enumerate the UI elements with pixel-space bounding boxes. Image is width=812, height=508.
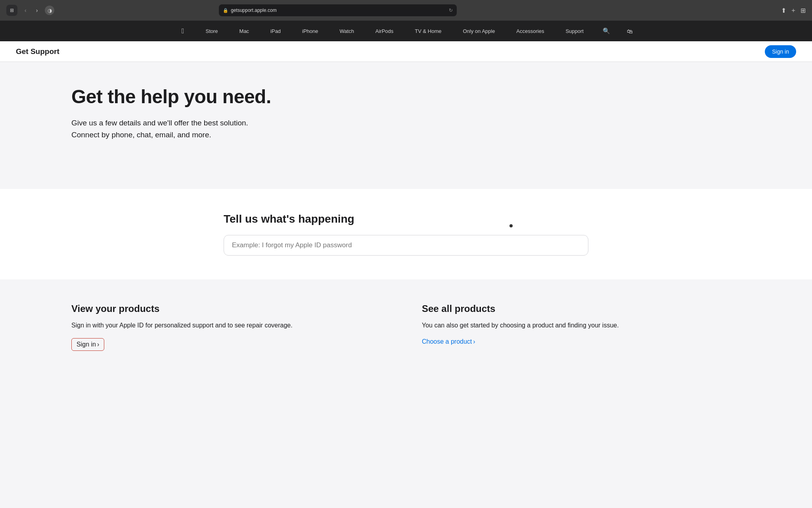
privacy-icon: ◑ <box>45 6 54 15</box>
lock-icon: 🔒 <box>223 8 228 13</box>
hero-subtitle-line1: Give us a few details and we'll offer th… <box>71 117 796 129</box>
sign-in-link-label: Sign in <box>77 341 96 348</box>
nav-item-store[interactable]: Store <box>200 21 224 41</box>
view-products-description: Sign in with your Apple ID for personali… <box>71 321 390 330</box>
nav-item-ipad[interactable]: iPad <box>265 21 286 41</box>
nav-item-tv-home[interactable]: TV & Home <box>409 21 447 41</box>
nav-item-iphone[interactable]: iPhone <box>297 21 324 41</box>
nav-item-support[interactable]: Support <box>560 21 589 41</box>
tell-us-title: Tell us what's happening <box>224 213 354 225</box>
tell-us-section: Tell us what's happening <box>0 189 812 279</box>
view-your-products-column: View your products Sign in with your App… <box>71 303 390 351</box>
tab-widget[interactable]: ⊞ <box>6 5 17 16</box>
address-bar[interactable]: 🔒 getsupport.apple.com ↻ <box>219 4 457 16</box>
nav-item-airpods[interactable]: AirPods <box>370 21 399 41</box>
apple-nav:  Store Mac iPad iPhone Watch AirPods TV… <box>0 21 812 41</box>
support-search-input[interactable] <box>224 235 588 256</box>
search-input-container <box>224 235 588 256</box>
nav-apple-logo[interactable]:  <box>176 21 190 41</box>
see-all-products-column: See all products You can also get starte… <box>422 303 741 351</box>
tabs-button[interactable]: ⊞ <box>801 7 806 14</box>
page-title: Get Support <box>16 47 59 56</box>
hero-section: Get the help you need. Give us a few det… <box>0 62 812 189</box>
url-text: getsupport.apple.com <box>231 8 276 13</box>
nav-item-mac[interactable]: Mac <box>234 21 255 41</box>
view-products-title: View your products <box>71 303 390 314</box>
choose-product-label: Choose a product <box>422 338 472 345</box>
browser-actions: ⬆ ＋ ⊞ <box>781 6 806 15</box>
nav-item-only-on-apple[interactable]: Only on Apple <box>457 21 500 41</box>
browser-tab-area: ⊞ <box>6 5 17 16</box>
nav-search-icon[interactable]: 🔍 <box>599 27 613 35</box>
sign-in-link-arrow: › <box>97 341 99 348</box>
nav-bag-icon[interactable]: 🛍 <box>624 28 636 35</box>
sign-in-header-button[interactable]: Sign in <box>765 45 796 58</box>
browser-chrome: ⊞ ‹ › ◑ 🔒 getsupport.apple.com ↻ ⬆ ＋ ⊞ <box>0 0 812 21</box>
new-tab-button[interactable]: ＋ <box>790 6 797 15</box>
reload-icon[interactable]: ↻ <box>449 8 453 13</box>
hero-subtitle-line2: Connect by phone, chat, email, and more. <box>71 129 796 141</box>
forward-button[interactable]: › <box>34 6 40 15</box>
sign-in-link[interactable]: Sign in › <box>71 338 104 351</box>
products-section: View your products Sign in with your App… <box>0 279 812 375</box>
see-all-title: See all products <box>422 303 741 314</box>
choose-product-arrow: › <box>473 338 475 345</box>
share-button[interactable]: ⬆ <box>781 7 786 14</box>
back-button[interactable]: ‹ <box>22 6 29 15</box>
nav-item-watch[interactable]: Watch <box>334 21 360 41</box>
page-header: Get Support Sign in <box>0 41 812 62</box>
see-all-description: You can also get started by choosing a p… <box>422 321 741 330</box>
hero-title: Get the help you need. <box>71 86 796 108</box>
choose-product-link[interactable]: Choose a product › <box>422 338 475 345</box>
nav-item-accessories[interactable]: Accessories <box>511 21 550 41</box>
